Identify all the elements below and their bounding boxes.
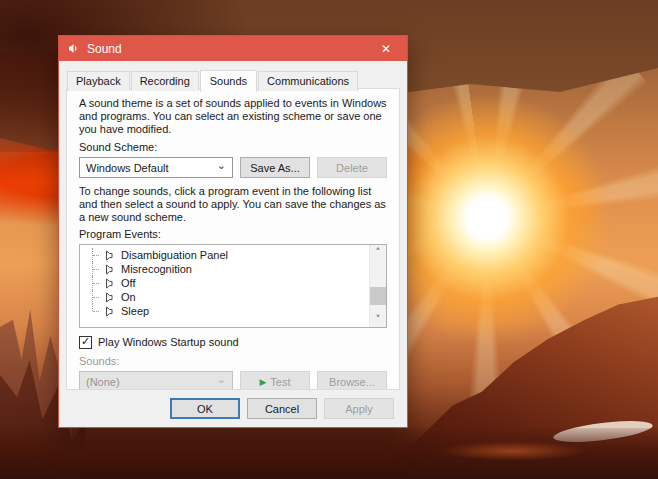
browse-button[interactable]: Browse...	[317, 371, 387, 390]
scroll-down-icon: ˅	[376, 315, 381, 325]
program-events-label: Program Events:	[79, 228, 387, 241]
delete-button[interactable]: Delete	[317, 157, 387, 178]
tab-communications[interactable]: Communications	[258, 71, 358, 91]
list-item-on[interactable]: On	[84, 290, 369, 304]
list-item-label: Disambiguation Panel	[121, 249, 228, 261]
tab-recording[interactable]: Recording	[131, 71, 199, 91]
wallpaper-bottom-glint	[418, 438, 608, 464]
close-button[interactable]: ✕	[365, 36, 407, 61]
program-events-list[interactable]: Disambiguation Panel Misrecognition Off …	[79, 244, 387, 328]
speaker-icon	[103, 278, 114, 289]
program-events-rows: Disambiguation Panel Misrecognition Off …	[80, 245, 369, 327]
apply-button[interactable]: Apply	[324, 398, 394, 419]
sound-scheme-label: Sound Scheme:	[79, 141, 387, 154]
startup-sound-checkbox[interactable]: ✓	[79, 336, 92, 349]
sounds-tab-panel: A sound theme is a set of sounds applied…	[66, 88, 400, 390]
save-as-button[interactable]: Save As...	[240, 157, 310, 178]
sound-scheme-select[interactable]: Windows Default ⌄	[79, 157, 233, 178]
scroll-up-button[interactable]: ˄	[370, 245, 386, 260]
speaker-icon	[103, 306, 114, 317]
list-item-label: Off	[121, 277, 135, 289]
tree-connector	[87, 276, 100, 290]
chevron-down-icon: ⌄	[217, 376, 226, 384]
list-item-label: Misrecognition	[121, 263, 192, 275]
scroll-up-icon: ˄	[376, 248, 381, 258]
scroll-down-button[interactable]: ˅	[370, 312, 386, 327]
tree-connector	[87, 290, 100, 304]
ok-button[interactable]: OK	[170, 398, 240, 419]
sounds-label: Sounds:	[79, 355, 387, 368]
scrollbar-track[interactable]	[370, 260, 386, 312]
close-icon: ✕	[381, 42, 391, 56]
sound-scheme-value: Windows Default	[86, 162, 169, 174]
titlebar[interactable]: Sound ✕	[59, 36, 407, 61]
vertical-scrollbar[interactable]: ˄ ˅	[369, 245, 386, 327]
list-item-misrecognition[interactable]: Misrecognition	[84, 262, 369, 276]
speaker-icon	[103, 250, 114, 261]
chevron-down-icon: ⌄	[217, 162, 226, 170]
scheme-description: A sound theme is a set of sounds applied…	[79, 97, 387, 136]
list-item-label: Sleep	[121, 305, 149, 317]
tab-sounds[interactable]: Sounds	[200, 70, 257, 92]
test-button[interactable]: ▶ Test	[240, 371, 310, 390]
sounds-select[interactable]: (None) ⌄	[79, 371, 233, 390]
list-item-disambiguation-panel[interactable]: Disambiguation Panel	[84, 248, 369, 262]
tree-connector	[87, 262, 100, 276]
scrollbar-thumb[interactable]	[370, 287, 386, 305]
sound-dialog-window: Sound ✕ Playback Recording Sounds Commun…	[58, 35, 408, 428]
startup-sound-label: Play Windows Startup sound	[98, 336, 239, 348]
tree-connector	[87, 248, 100, 262]
startup-sound-checkbox-row[interactable]: ✓ Play Windows Startup sound	[79, 335, 387, 349]
speaker-icon	[103, 292, 114, 303]
events-instructions: To change sounds, click a program event …	[79, 185, 387, 224]
test-button-label: Test	[270, 376, 290, 388]
check-icon: ✓	[81, 336, 90, 347]
tab-playback[interactable]: Playback	[67, 71, 130, 91]
sounds-value: (None)	[86, 376, 120, 388]
tab-bar: Playback Recording Sounds Communications	[67, 70, 407, 91]
play-icon: ▶	[259, 377, 266, 387]
sound-app-icon	[67, 42, 80, 55]
list-item-off[interactable]: Off	[84, 276, 369, 290]
tree-connector	[87, 304, 100, 318]
speaker-icon	[103, 264, 114, 275]
window-title: Sound	[87, 42, 122, 56]
dialog-footer: OK Cancel Apply	[59, 390, 407, 427]
list-item-label: On	[121, 291, 136, 303]
cancel-button[interactable]: Cancel	[247, 398, 317, 419]
list-item-sleep[interactable]: Sleep	[84, 304, 369, 318]
